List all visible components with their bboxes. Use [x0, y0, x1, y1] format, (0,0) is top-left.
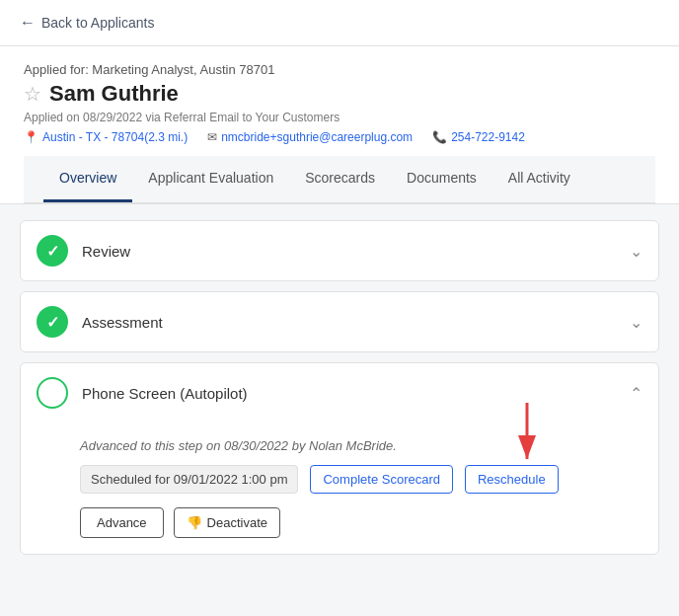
stage-review-header: ✓ Review ⌄ [21, 221, 658, 280]
reschedule-button[interactable]: Reschedule [465, 465, 559, 494]
location-item: 📍 Austin - TX - 78704(2.3 mi.) [24, 130, 188, 144]
stage-review: ✓ Review ⌄ [20, 220, 659, 281]
applicant-name-row: ☆ Sam Guthrie [24, 81, 655, 107]
advance-button[interactable]: Advance [80, 507, 164, 538]
tab-overview[interactable]: Overview [43, 156, 132, 202]
phone-icon: 📞 [432, 130, 447, 144]
stage-phone-screen-header: Phone Screen (Autopilot) ⌃ [21, 363, 658, 423]
stage-assessment-icon: ✓ [37, 306, 68, 338]
phone-text: 254-722-9142 [451, 130, 525, 144]
star-icon[interactable]: ☆ [24, 82, 41, 106]
stage-phone-screen: Phone Screen (Autopilot) ⌃ Advanced to t… [20, 362, 659, 555]
stage-phone-screen-name: Phone Screen (Autopilot) [82, 385, 630, 402]
location-icon: 📍 [24, 130, 38, 144]
tab-documents[interactable]: Documents [391, 156, 492, 202]
location-text: Austin - TX - 78704(2.3 mi.) [42, 130, 188, 144]
tabs: Overview Applicant Evaluation Scorecards… [24, 156, 655, 203]
applied-for: Applied for: Marketing Analyst, Austin 7… [24, 62, 655, 77]
deactivate-button[interactable]: 👎 Deactivate [174, 507, 280, 538]
action-row: Advance 👎 Deactivate [80, 507, 639, 538]
back-to-applicants-link[interactable]: ← Back to Applicants [20, 14, 154, 32]
tab-scorecards[interactable]: Scorecards [289, 156, 391, 202]
stage-review-chevron[interactable]: ⌄ [630, 242, 642, 261]
scheduled-label: Scheduled for 09/01/2022 1:00 pm [80, 465, 298, 494]
complete-scorecard-button[interactable]: Complete Scorecard [310, 465, 453, 494]
back-arrow-icon: ← [20, 14, 36, 32]
thumb-down-icon: 👎 [187, 515, 202, 530]
header-section: Applied for: Marketing Analyst, Austin 7… [0, 46, 679, 204]
applicant-name: Sam Guthrie [49, 81, 179, 107]
back-label: Back to Applicants [41, 15, 154, 31]
email-item[interactable]: ✉ nmcbride+sguthrie@careerplug.com [207, 130, 413, 144]
stage-phone-screen-details: Advanced to this step on 08/30/2022 by N… [21, 434, 658, 554]
reschedule-container: Reschedule [465, 465, 559, 494]
stage-phone-screen-icon [37, 377, 68, 409]
stage-assessment: ✓ Assessment ⌄ [20, 291, 659, 352]
stage-assessment-name: Assessment [82, 314, 630, 331]
applied-on: Applied on 08/29/2022 via Referral Email… [24, 111, 655, 124]
schedule-row: Scheduled for 09/01/2022 1:00 pm Complet… [80, 465, 639, 494]
check-icon-2: ✓ [46, 313, 59, 332]
complete-scorecard-container: Complete Scorecard [310, 465, 453, 494]
email-text: nmcbride+sguthrie@careerplug.com [221, 130, 413, 144]
stage-review-name: Review [82, 243, 630, 260]
contact-row: 📍 Austin - TX - 78704(2.3 mi.) ✉ nmcbrid… [24, 130, 655, 156]
deactivate-label: Deactivate [207, 515, 267, 530]
phone-item: 📞 254-722-9142 [432, 130, 525, 144]
stage-assessment-chevron[interactable]: ⌄ [630, 313, 642, 332]
stage-phone-screen-chevron[interactable]: ⌃ [630, 384, 642, 403]
advanced-text: Advanced to this step on 08/30/2022 by N… [80, 438, 639, 453]
tab-applicant-evaluation[interactable]: Applicant Evaluation [132, 156, 289, 202]
main-content: ✓ Review ⌄ ✓ Assessment ⌄ Phone Screen (… [0, 204, 679, 571]
tab-all-activity[interactable]: All Activity [492, 156, 586, 202]
email-icon: ✉ [207, 130, 217, 144]
stage-review-icon: ✓ [37, 235, 68, 267]
top-bar: ← Back to Applicants [0, 0, 679, 46]
check-icon: ✓ [46, 242, 59, 261]
stage-assessment-header: ✓ Assessment ⌄ [21, 292, 658, 351]
